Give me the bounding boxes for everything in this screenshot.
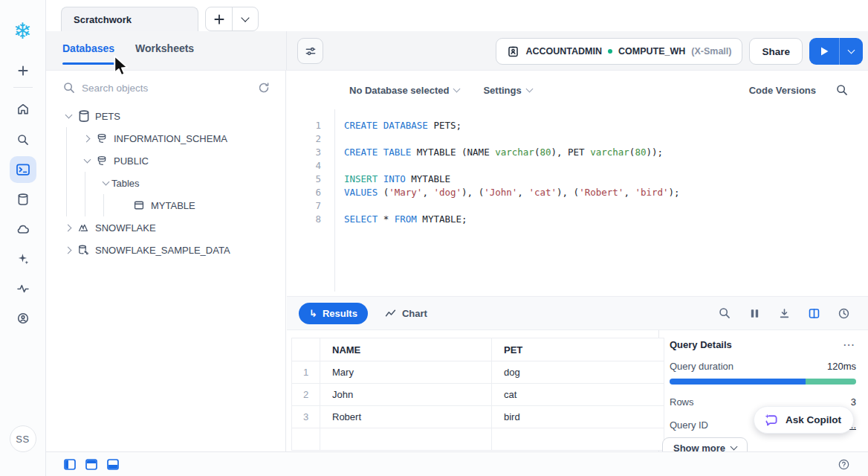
tree-item-tables[interactable]: Tables: [46, 172, 285, 194]
ai-icon[interactable]: [10, 245, 36, 272]
tree-item-snowflake[interactable]: SNOWFLAKE: [46, 216, 285, 239]
table-cell[interactable]: Mary: [320, 361, 492, 384]
tree-item-information_schema[interactable]: INFORMATION_SCHEMA: [46, 127, 285, 149]
chevron-down-icon[interactable]: [100, 181, 111, 184]
table-cell[interactable]: bird: [492, 406, 664, 428]
tree-item-label: INFORMATION_SCHEMA: [114, 133, 227, 144]
run-button[interactable]: [809, 38, 839, 65]
chevron-down-icon[interactable]: [62, 115, 74, 118]
home-icon[interactable]: [10, 96, 36, 123]
table-empty-row: [292, 428, 664, 451]
column-header-name[interactable]: NAME: [320, 338, 492, 361]
settings-dropdown[interactable]: Settings: [483, 85, 531, 96]
activity-icon[interactable]: [10, 275, 36, 302]
schema-icon: [96, 155, 108, 167]
run-options-button[interactable]: [839, 38, 863, 65]
admin-icon[interactable]: [10, 305, 36, 332]
refresh-icon[interactable]: [257, 81, 271, 94]
role-label: ACCOUNTADMIN: [525, 46, 602, 57]
session-context-selector[interactable]: ACCOUNTADMIN COMPUTE_WH (X-Small): [496, 38, 742, 65]
query-id-label: Query ID: [670, 419, 708, 431]
worksheets-icon[interactable]: [10, 156, 36, 183]
tree-indent-guide: [85, 194, 100, 216]
tab-results[interactable]: ↳ Results: [299, 303, 368, 324]
row-number-header[interactable]: [292, 338, 320, 361]
chevron-down-icon[interactable]: [81, 159, 93, 162]
database-selector-label: No Database selected: [349, 85, 449, 96]
worksheet-tab[interactable]: Scratchwork: [61, 7, 198, 32]
split-panel-icon[interactable]: [808, 307, 820, 320]
tree-item-public[interactable]: PUBLIC: [46, 149, 285, 172]
results-table-area: NAMEPET1Marydog2Johncat3Robertbird: [287, 330, 659, 451]
toggle-top-panel-icon[interactable]: [85, 459, 97, 470]
worksheet-tab-label: Scratchwork: [74, 14, 132, 25]
kebab-menu-icon[interactable]: ⋯: [843, 342, 856, 348]
table-row[interactable]: 1Marydog: [292, 361, 664, 384]
toggle-left-panel-icon[interactable]: [64, 459, 76, 470]
line-number: 5: [287, 173, 321, 186]
ask-copilot-button[interactable]: Ask Copilot: [754, 406, 854, 434]
search-icon[interactable]: [10, 126, 36, 153]
search-icon: [62, 81, 76, 94]
code-line: SELECT * FROM MYTABLE;: [344, 213, 680, 226]
show-more-button[interactable]: Show more: [662, 437, 748, 451]
table-cell[interactable]: John: [320, 384, 492, 406]
column-header-pet[interactable]: PET: [492, 338, 664, 361]
table-cell[interactable]: cat: [492, 384, 664, 406]
table-cell-empty: [292, 428, 320, 451]
tab-list-chevron-button[interactable]: [232, 7, 258, 30]
database-tree: PETSINFORMATION_SCHEMAPUBLICTablesMYTABL…: [46, 102, 285, 261]
database-selector[interactable]: No Database selected: [349, 85, 459, 96]
tab-worksheets[interactable]: Worksheets: [135, 39, 194, 62]
plus-icon[interactable]: [10, 57, 36, 84]
search-icon[interactable]: [835, 83, 849, 97]
table-row[interactable]: 3Robertbird: [292, 406, 664, 428]
line-number: 4: [287, 159, 321, 173]
toggle-bottom-panel-icon[interactable]: [107, 459, 119, 470]
line-number-gutter: 12345678: [287, 109, 335, 292]
line-number: 1: [287, 119, 321, 132]
table-cell[interactable]: Robert: [320, 406, 492, 428]
history-icon[interactable]: [838, 307, 850, 320]
chevron-right-icon[interactable]: [62, 248, 74, 253]
tree-indent-guide: [66, 194, 81, 216]
warehouse-size-label: (X-Small): [691, 46, 731, 57]
query-duration-value: 120ms: [827, 361, 856, 372]
search-results-icon[interactable]: [718, 306, 731, 320]
data-icon[interactable]: [10, 186, 36, 213]
code-line: CREATE TABLE MYTABLE (NAME varchar(80), …: [344, 146, 680, 159]
table-cell[interactable]: dog: [492, 361, 664, 384]
warehouse-label: COMPUTE_WH: [618, 46, 685, 57]
new-tab-button[interactable]: [206, 7, 232, 30]
display-settings-button[interactable]: [297, 38, 323, 64]
share-button[interactable]: Share: [749, 38, 803, 65]
sql-code[interactable]: CREATE DATABASE PETS; CREATE TABLE MYTAB…: [335, 109, 680, 292]
code-line: [344, 159, 680, 173]
rows-value: 3: [851, 396, 856, 408]
help-icon[interactable]: [838, 458, 850, 471]
code-versions-button[interactable]: Code Versions: [749, 85, 816, 96]
tab-chart[interactable]: Chart: [384, 307, 427, 320]
download-icon[interactable]: [778, 307, 791, 320]
tree-item-snowflake_sample_data[interactable]: SNOWFLAKE_SAMPLE_DATA: [46, 239, 285, 261]
table-cell-empty: [492, 428, 664, 451]
sql-editor[interactable]: 12345678 CREATE DATABASE PETS; CREATE TA…: [287, 109, 868, 292]
cloud-icon[interactable]: [10, 216, 36, 242]
columns-icon[interactable]: [748, 307, 761, 320]
line-number: 8: [287, 213, 321, 226]
chevron-right-icon[interactable]: [81, 136, 93, 141]
snowflake-logo: ❄: [10, 18, 36, 45]
search-objects-input[interactable]: [82, 83, 251, 94]
chart-tab-label: Chart: [402, 308, 427, 319]
warehouse-status-dot: [608, 49, 612, 54]
run-button-group: [809, 38, 863, 65]
table-row[interactable]: 2Johncat: [292, 384, 664, 406]
show-more-label: Show more: [673, 443, 725, 452]
chevron-right-icon[interactable]: [62, 225, 74, 231]
results-tab-label: Results: [323, 308, 357, 319]
user-avatar[interactable]: SS: [10, 425, 36, 452]
tree-item-mytable[interactable]: MYTABLE: [46, 194, 285, 216]
tab-databases[interactable]: Databases: [62, 39, 114, 62]
results-table[interactable]: NAMEPET1Marydog2Johncat3Robertbird: [291, 338, 664, 451]
tree-item-pets[interactable]: PETS: [46, 105, 285, 127]
